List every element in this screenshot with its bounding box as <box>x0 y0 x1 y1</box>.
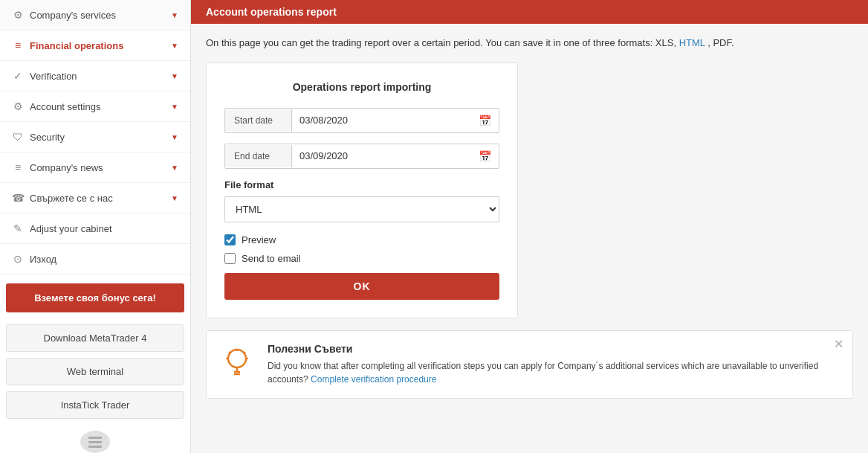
sidebar-icon-financial-operations: ≡ <box>12 39 24 51</box>
sidebar-label-verification: Verification <box>30 71 77 82</box>
sidebar-item-contact-us[interactable]: ☎ Свържете се с нас ▼ <box>0 183 190 213</box>
tips-title: Полезни Съвети <box>268 343 841 355</box>
tips-content: Полезни Съвети Did you know that after c… <box>268 343 841 386</box>
sidebar-label-contact-us: Свържете се с нас <box>30 193 113 204</box>
tips-close-button[interactable]: ✕ <box>834 338 843 350</box>
file-format-select[interactable]: XLSHTMLPDF <box>224 196 499 222</box>
arrow-icon-security: ▼ <box>171 133 178 141</box>
sidebar-item-security[interactable]: 🛡 Security ▼ <box>0 122 190 152</box>
start-date-field: Start date 📅 <box>224 108 499 133</box>
page-description: On this page you can get the trading rep… <box>191 24 868 57</box>
end-date-field: End date 📅 <box>224 144 499 169</box>
download-metatrader-button[interactable]: Download MetaTrader 4 <box>6 324 184 352</box>
sidebar-label-logout: Изход <box>30 254 56 265</box>
sidebar-icon-contact-us: ☎ <box>12 192 24 204</box>
sidebar-label-company-news: Company's news <box>30 162 103 173</box>
sidebar-icon-security: 🛡 <box>12 131 24 143</box>
arrow-icon-financial-operations: ▼ <box>171 42 178 50</box>
ok-button[interactable]: OK <box>224 273 499 300</box>
svg-rect-1 <box>88 441 102 443</box>
sidebar-item-verification[interactable]: ✓ Verification ▼ <box>0 61 190 91</box>
sidebar-item-companies-services[interactable]: ⚙ Company's services ▼ <box>0 0 190 30</box>
operations-report-form: Operations report importing Start date 📅… <box>206 62 518 318</box>
sidebar-item-account-settings[interactable]: ⚙ Account settings ▼ <box>0 91 190 122</box>
svg-rect-0 <box>88 446 102 448</box>
tips-lightbulb-icon <box>218 343 256 380</box>
instatick-trader-button[interactable]: InstaTick Trader <box>6 391 184 419</box>
send-email-checkbox[interactable] <box>224 253 236 264</box>
avatar <box>80 431 110 453</box>
send-email-label[interactable]: Send to email <box>242 253 301 264</box>
web-terminal-button[interactable]: Web terminal <box>6 358 184 385</box>
sidebar-icon-account-settings: ⚙ <box>12 100 24 112</box>
arrow-icon-account-settings: ▼ <box>171 103 178 111</box>
svg-point-3 <box>228 350 246 367</box>
sidebar-label-financial-operations: Financial operations <box>30 40 123 51</box>
sidebar: ⚙ Company's services ▼ ≡ Financial opera… <box>0 0 191 453</box>
sidebar-item-financial-operations[interactable]: ≡ Financial operations ▼ <box>0 30 190 61</box>
sidebar-icon-company-news: ≡ <box>12 161 24 173</box>
end-date-input[interactable] <box>292 144 471 167</box>
main-content: Account operations report On this page y… <box>191 0 868 453</box>
sidebar-label-account-settings: Account settings <box>30 101 100 112</box>
sidebar-label-security: Security <box>30 132 65 143</box>
sidebar-label-companies-services: Company's services <box>30 10 116 21</box>
end-date-calendar-icon[interactable]: 📅 <box>471 144 499 168</box>
file-format-label: File format <box>224 179 499 190</box>
start-date-label: Start date <box>225 109 292 132</box>
arrow-icon-companies-services: ▼ <box>171 11 178 19</box>
arrow-icon-verification: ▼ <box>171 72 178 80</box>
svg-line-8 <box>229 352 230 353</box>
start-date-calendar-icon[interactable]: 📅 <box>471 109 499 132</box>
sidebar-icon-adjust-cabinet: ✎ <box>12 222 24 234</box>
sidebar-label-adjust-cabinet: Adjust your cabinet <box>30 223 112 234</box>
arrow-icon-contact-us: ▼ <box>171 194 178 202</box>
start-date-input[interactable] <box>292 109 471 132</box>
sidebar-icon-companies-services: ⚙ <box>12 9 24 21</box>
sidebar-item-logout[interactable]: ⊙ Изход <box>0 244 190 274</box>
arrow-icon-company-news: ▼ <box>171 164 178 172</box>
description-text-suffix: , PDF. <box>707 37 733 48</box>
sidebar-item-company-news[interactable]: ≡ Company's news ▼ <box>0 152 190 183</box>
sidebar-item-adjust-cabinet[interactable]: ✎ Adjust your cabinet <box>0 213 190 244</box>
preview-checkbox-row: Preview <box>224 234 499 245</box>
preview-checkbox[interactable] <box>224 234 236 245</box>
send-email-checkbox-row: Send to email <box>224 253 499 264</box>
sidebar-icon-verification: ✓ <box>12 70 24 82</box>
description-text-prefix: On this page you can get the trading rep… <box>206 37 676 48</box>
verification-link[interactable]: Complete verification procedure <box>311 374 436 385</box>
tips-text: Did you know that after completing all v… <box>268 359 841 386</box>
html-link[interactable]: HTML <box>679 37 705 48</box>
end-date-label: End date <box>225 145 292 167</box>
bonus-button[interactable]: Вземете своя бонус сега! <box>6 283 184 312</box>
form-title: Operations report importing <box>224 81 499 93</box>
svg-rect-2 <box>88 437 102 439</box>
svg-line-9 <box>244 352 245 353</box>
sidebar-icon-logout: ⊙ <box>12 253 24 265</box>
page-header: Account operations report <box>191 0 868 24</box>
preview-label[interactable]: Preview <box>242 234 276 245</box>
tips-section: Полезни Съвети Did you know that after c… <box>206 330 853 399</box>
